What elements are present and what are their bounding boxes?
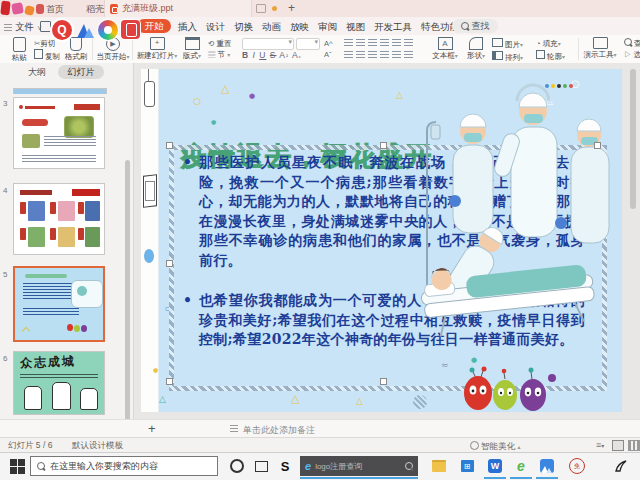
new-tab-button[interactable]: + [288, 1, 295, 15]
confetti [413, 395, 427, 409]
textbox-icon: A [438, 37, 453, 50]
font-size-steppers[interactable]: A^Aˇ [324, 38, 333, 60]
selection-handle[interactable] [166, 142, 173, 149]
taskbar-search-widget[interactable]: e logo注册查询 [300, 456, 418, 476]
slide-number: 6 [3, 354, 7, 363]
section-icon: ▤ [208, 50, 216, 59]
tab-slideshow[interactable]: 放映 [290, 21, 309, 34]
selection-handle[interactable] [166, 378, 173, 385]
slide-left-margin [141, 69, 159, 412]
floating-pinwheel-app-icon[interactable] [98, 20, 118, 40]
confetti: △ [291, 393, 299, 404]
confetti: ● [249, 93, 255, 100]
selection-handle[interactable] [166, 260, 173, 267]
start-button[interactable] [8, 457, 26, 475]
reset-button[interactable]: ⟲ 重置 [208, 38, 231, 49]
ribbon-tabs: 插入 设计 切换 动画 放映 审阅 视图 开发工具 特色功能 [178, 21, 459, 34]
presentation-tools-button[interactable]: 演示工具▾ [582, 37, 618, 60]
find-button[interactable]: 查找 [452, 19, 498, 33]
font-format-buttons[interactable]: B I U S A² Aₓ [242, 50, 302, 60]
textbox-button[interactable]: A 文本框▾ [430, 37, 460, 61]
fill-button[interactable]: ◔ 填充▾ [536, 38, 565, 50]
selection-handle[interactable] [380, 142, 387, 149]
selection-handle[interactable] [380, 378, 387, 385]
canvas-scrollbar[interactable] [630, 69, 636, 209]
search-icon [624, 38, 632, 46]
red-stamp-app-icon[interactable]: 免 [568, 457, 586, 475]
shapes-icon [469, 37, 483, 50]
add-slide-button[interactable]: + [148, 421, 156, 436]
outline-icon [536, 50, 545, 59]
notes-placeholder[interactable]: 单击此处添加备注 [243, 424, 315, 437]
sidebar-scrollbar[interactable] [125, 160, 130, 430]
select-button[interactable]: ▷ 选择 [624, 49, 640, 60]
cut-button[interactable]: ✂剪切 [34, 38, 60, 49]
floating-q-app-icon[interactable]: Q [52, 20, 72, 40]
file-menu[interactable]: 文件 ∨ [4, 21, 42, 34]
tab-view[interactable]: 视图 [346, 21, 365, 34]
tab-home[interactable]: 首页 [46, 3, 64, 16]
font-name-combo[interactable] [242, 38, 294, 50]
picture-button[interactable]: 图片▾ [492, 38, 523, 51]
panel-tab-outline[interactable]: 大纲 [28, 66, 46, 79]
paragraph-icons-row1[interactable] [344, 38, 416, 49]
file-explorer-icon[interactable] [430, 457, 448, 475]
outline-button[interactable]: 轮廓▾ [536, 50, 565, 63]
search-icon [405, 462, 413, 470]
cortana-button[interactable] [228, 457, 246, 475]
tab-review[interactable]: 审阅 [318, 21, 337, 34]
mountain-app-icon[interactable] [538, 457, 556, 475]
paragraph-icons-row2[interactable] [344, 50, 416, 61]
section-button[interactable]: ▤ 节 ▾ [208, 49, 231, 61]
tab-transition[interactable]: 切换 [234, 21, 253, 34]
slide-canvas[interactable]: △ △ △ ○ ● ● ○ ▭ △ △ △ ● ≈ ● 疫情退去，樱花盛开 • … [141, 69, 622, 412]
save-icon[interactable] [40, 21, 51, 32]
selection-handle[interactable] [594, 142, 601, 149]
floating-book-app-icon[interactable] [121, 20, 140, 39]
task-view-button[interactable] [252, 457, 270, 475]
wps-app-icon[interactable]: W [486, 457, 504, 475]
confetti: △ [159, 395, 166, 404]
slide4-thumbnail[interactable] [13, 183, 105, 255]
tab-home-ribbon[interactable]: 开始 [137, 19, 171, 33]
input-method-app-icon[interactable]: S [276, 457, 294, 475]
slide-sorter-view-icon[interactable] [628, 440, 640, 451]
internet-explorer-icon[interactable]: e [512, 457, 530, 475]
slide6-thumbnail[interactable]: 众志成城 [13, 351, 105, 415]
template-name[interactable]: 默认设计模板 [72, 440, 123, 452]
tab-docer[interactable]: 稻壳 [86, 3, 104, 16]
normal-view-icon[interactable] [612, 440, 624, 451]
pen-tool-icon[interactable] [612, 457, 630, 475]
taskbar-search-box[interactable]: 在这里输入你要搜索的内容 [30, 456, 218, 476]
confetti: ○ [193, 97, 201, 106]
copy-icon [34, 49, 43, 59]
comment-icon[interactable] [256, 4, 266, 13]
slide2-thumbnail-edge[interactable] [13, 88, 107, 94]
paste-button[interactable]: 粘贴 [6, 37, 32, 63]
shapes-button[interactable]: 形状▾ [464, 37, 488, 61]
font-size-combo[interactable] [296, 38, 320, 50]
new-slide-button[interactable]: + 新建幻灯片▾ [136, 37, 178, 61]
tab-developer[interactable]: 开发工具 [374, 21, 412, 34]
virus-balloon-characters [459, 364, 559, 412]
view-options-icon[interactable]: ≡▾ [596, 440, 604, 450]
tab-design[interactable]: 设计 [206, 21, 225, 34]
reset-section-group: ⟲ 重置 ▤ 节 ▾ [208, 38, 231, 61]
tab-animation[interactable]: 动画 [262, 21, 281, 34]
panel-tab-slides[interactable]: 幻灯片 [58, 65, 104, 79]
document-tab[interactable]: 充满班级.ppt [104, 0, 252, 17]
microsoft-store-icon[interactable]: ⊞ [458, 457, 476, 475]
menu-icon [4, 24, 12, 31]
confetti: ● [153, 367, 158, 373]
tab-insert[interactable]: 插入 [178, 21, 197, 34]
format-painter-button[interactable]: 格式刷 [62, 37, 90, 62]
play-from-current-button[interactable]: ▶ 当页开始▾ [96, 37, 130, 62]
slide3-thumbnail[interactable] [13, 97, 105, 169]
floating-mountain-app-icon[interactable] [75, 20, 95, 40]
slide5-thumbnail-selected[interactable] [13, 266, 105, 342]
find-replace-button[interactable]: 查找 [624, 38, 640, 49]
fill-icon: ◔ [536, 39, 541, 48]
new-slide-icon: + [150, 37, 165, 50]
copy-button[interactable]: 复制 [34, 49, 60, 62]
layout-button[interactable]: 版式▾ [180, 37, 204, 61]
